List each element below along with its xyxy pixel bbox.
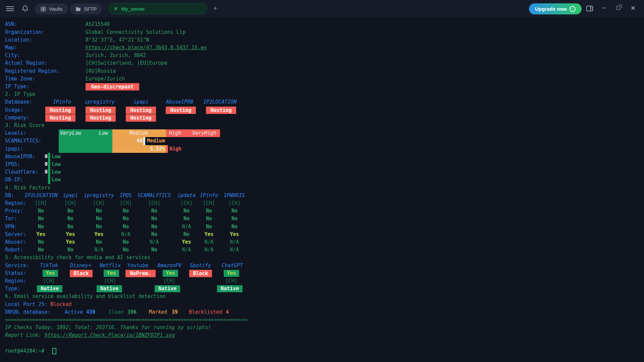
terminal-text: No <box>94 223 104 231</box>
terminal-text: No <box>121 207 131 215</box>
terminal-text: 39 <box>172 308 178 316</box>
sidebar-toggle-icon[interactable] <box>586 6 593 11</box>
terminal-text: N/A <box>149 238 159 246</box>
line-db-header: DB:IP2LOCATIONipapiipregistryIPQSSCAMALY… <box>0 192 644 199</box>
terminal-text: 0 <box>40 153 48 161</box>
upgrade-now-button[interactable]: Upgrade now ↑ <box>529 3 582 14</box>
upgrade-arrow-icon: ↑ <box>570 6 576 12</box>
notifications-bell-icon[interactable] <box>21 5 29 12</box>
close-button[interactable]: ✕ <box>631 5 635 12</box>
actual-region-label: Actual Region: <box>5 59 47 67</box>
line-service-region-row: Region:[CH][CH][CH][CH] <box>0 277 644 285</box>
terminal-text: Native <box>217 285 243 292</box>
terminal-text: Low <box>99 129 108 137</box>
line-report-link: Report Link: https://Report.Check.Place/… <box>0 331 644 339</box>
terminal-text: ipregistry <box>84 192 114 199</box>
terminal-text: Yes <box>94 231 104 238</box>
time-zone-value: Europe/Zurich <box>86 75 125 83</box>
terminal-text: Type: <box>5 285 20 293</box>
line-status-row: Status:YesBlockYesNoPrem.YesBlockYes <box>0 269 644 277</box>
shell-prompt: root@44204:~# <box>5 347 44 355</box>
new-tab-button[interactable]: + <box>213 5 217 12</box>
terminal-text: Cloudflare: <box>5 168 38 176</box>
terminal-text: No <box>181 231 192 238</box>
terminal-text: No <box>36 223 46 231</box>
line-database-header: Database:IPinfoipregistryipapiAbuseIPDBI… <box>0 98 644 106</box>
tab-my-server[interactable]: ✕ My_server <box>108 3 207 14</box>
line-time-zone: Time Zone:Europe/Zurich <box>0 75 644 83</box>
line-company: Company:HostingHostingHosting <box>0 114 644 122</box>
map-link[interactable]: https://check.place/47.3643,8.5437,15,en <box>86 44 207 52</box>
terminal-text: Hosting <box>86 114 116 122</box>
terminal-cursor <box>52 348 56 354</box>
line-abuser-row: Abuser:NoYesNoNoN/AYesN/AN/A <box>0 238 644 246</box>
terminal-text: Region: <box>5 277 26 285</box>
city-label: City: <box>5 52 20 59</box>
terminal-text: [CH] <box>148 199 160 207</box>
terminal-text: No <box>204 215 214 223</box>
line-checks-summary: IP Checks Today: 1892; Total: 202716. Th… <box>0 324 644 331</box>
line-ip-type: IP Type:Geo-discrepant <box>0 83 644 90</box>
terminal-text: Database: <box>5 98 32 106</box>
vaults-button[interactable]: Vaults <box>35 3 68 14</box>
terminal-text: [CH] <box>93 199 105 207</box>
restore-button[interactable] <box>616 6 620 10</box>
line-region-row: Region:[CH][CH][CH][CH][CH][CH][CH][CH] <box>0 199 644 207</box>
line-city: City:Zurich, Zurich, 8042 <box>0 52 644 59</box>
menu-icon[interactable] <box>6 5 14 12</box>
terminal-text: IPWHOIS <box>224 192 245 199</box>
terminal-text: No <box>181 207 192 215</box>
time-zone-label: Time Zone: <box>5 75 35 83</box>
terminal-text: N/A <box>181 223 192 231</box>
terminal-text: No <box>181 215 192 223</box>
terminal-text: Clean <box>109 308 124 316</box>
terminal-text: NoPrem. <box>125 270 156 277</box>
terminal-text: [CH] <box>228 199 240 207</box>
terminal-text: No <box>94 215 104 223</box>
map-label: Map: <box>5 44 17 52</box>
terminal-block <box>48 153 50 161</box>
section-heading: 3. Risk Score <box>0 122 644 129</box>
line-tor-row: Tor:NoNoNoNoNoNoNoNo <box>0 215 644 223</box>
terminal-text: ========================================… <box>5 316 247 324</box>
terminal-block <box>48 168 50 176</box>
tab-close-icon[interactable]: ✕ <box>114 6 118 12</box>
tab-label: My_server <box>121 6 145 12</box>
vaults-label: Vaults <box>49 6 63 12</box>
terminal-text: Hosting <box>166 107 196 114</box>
terminal-text: Yes <box>65 231 75 238</box>
terminal-text: AbuseIPDB: <box>5 153 35 161</box>
minimize-button[interactable]: – <box>602 4 605 11</box>
terminal-text: Yes <box>163 270 178 277</box>
terminal-block <box>59 137 112 145</box>
terminal-text: IPQS <box>120 192 132 199</box>
terminal-text: Low <box>52 176 61 184</box>
line-asn: ASN:AS215540 <box>0 20 644 28</box>
terminal[interactable]: ASN:AS215540Organization:Global Connecti… <box>0 17 644 362</box>
terminal-text: Yes <box>36 231 46 238</box>
actual-region-value: [CH]Switzerland, [EU]Europe <box>86 59 167 67</box>
section-5-heading: 5. Accessibility check for media and AI … <box>5 254 150 261</box>
terminal-text: No <box>149 231 159 238</box>
location-value: 8°32'37"E, 47°21'51"N <box>86 36 149 44</box>
ip-type-badge: Geo-discrepant <box>86 83 139 90</box>
terminal-text: N/A <box>181 246 192 254</box>
report-link[interactable]: https://Report.Check.Place/ip/1BNZFDIP1.… <box>45 331 175 339</box>
terminal-text: No <box>65 215 75 223</box>
terminal-text: Hosting <box>86 107 116 114</box>
terminal-text: Block <box>189 270 212 277</box>
terminal-text: No <box>36 246 46 254</box>
terminal-text: Native <box>155 285 180 292</box>
terminal-text: VPN: <box>5 223 17 231</box>
terminal-block <box>59 145 112 153</box>
terminal-text: Hosting <box>45 114 75 122</box>
terminal-text: High <box>169 129 181 137</box>
sftp-button[interactable]: SFTP <box>70 3 102 14</box>
terminal-text: No <box>36 215 46 223</box>
terminal-text: No <box>229 215 239 223</box>
terminal-text: No <box>121 215 131 223</box>
terminal-text: N/A <box>121 231 131 238</box>
terminal-text: No <box>204 223 214 231</box>
terminal-text: IP2LOCATION <box>203 98 236 106</box>
terminal-text: SCAMALYTICS: <box>5 137 41 145</box>
